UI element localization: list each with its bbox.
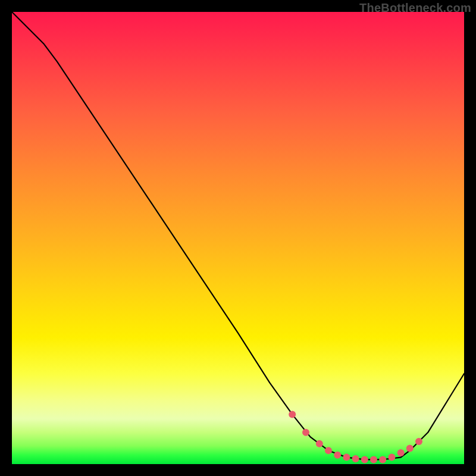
plot-area: [12, 12, 464, 464]
chart-line: [12, 12, 464, 459]
chart-marker-dot: [370, 456, 377, 463]
chart-marker-dot: [379, 456, 386, 463]
chart-marker-dot: [316, 440, 323, 447]
chart-marker-dot: [343, 454, 350, 461]
chart-marker-dot: [289, 411, 296, 418]
line-chart-svg: [12, 12, 464, 464]
chart-marker-dot: [352, 455, 359, 462]
chart-marker-dot: [388, 454, 395, 461]
chart-marker-dot: [397, 449, 405, 456]
chart-marker-dot: [325, 447, 332, 454]
chart-markers: [289, 411, 422, 463]
chart-marker-dot: [334, 452, 341, 459]
chart-marker-dot: [302, 429, 309, 436]
chart-marker-dot: [406, 444, 414, 452]
chart-marker-dot: [361, 456, 368, 463]
chart-marker-dot: [415, 438, 422, 445]
chart-frame: TheBottleneck.com: [0, 0, 476, 476]
